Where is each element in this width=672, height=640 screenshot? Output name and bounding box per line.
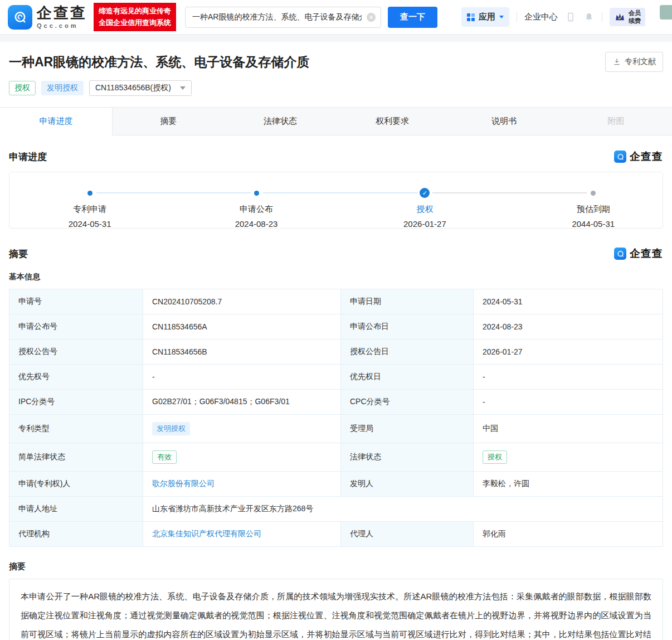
field-value: 李毅松，许圆: [474, 472, 663, 497]
field-label: CPC分类号: [341, 390, 474, 415]
section-title-summary: 摘要: [9, 248, 28, 260]
avatar[interactable]: [660, 5, 672, 20]
field-label: 发明人: [341, 472, 474, 497]
patent-tags-row: 授权 发明授权 CN118534656B(授权): [9, 80, 663, 96]
divider: [517, 12, 517, 22]
milestone-application: 专利申请 2024-05-31: [42, 188, 137, 229]
slogan-line2: 全国企业信用查询系统: [99, 17, 171, 28]
qcc-logo[interactable]: 企查查 Qcc.com: [8, 5, 87, 30]
search-button[interactable]: 查一下: [388, 7, 437, 28]
field-value: CN118534656A: [143, 314, 341, 340]
mobile-app-icon[interactable]: [565, 11, 576, 23]
tab-abstract[interactable]: 摘要: [113, 108, 225, 135]
field-value: 郭化雨: [474, 522, 663, 547]
qcc-watermark-icon: [614, 151, 626, 163]
field-value: 中国: [474, 415, 663, 443]
field-value: CN118534656B: [143, 340, 341, 365]
table-row: 专利类型 发明授权 受理局 中国: [9, 415, 663, 443]
enterprise-center-link[interactable]: 企业中心: [524, 12, 558, 22]
milestone-grant: ✓ 授权 2026-01-27: [377, 188, 472, 229]
patent-type-badge: 发明授权: [152, 422, 190, 435]
field-value: -: [474, 390, 663, 415]
table-row: IPC分类号 G02B27/01；G06F3/04815；G06F3/01 CP…: [9, 390, 663, 415]
table-row: 授权公告号 CN118534656B 授权公告日 2026-01-27: [9, 340, 663, 365]
member-renew-button[interactable]: 会员 续费: [610, 8, 645, 27]
milestone-publication: 申请公布 2024-08-23: [209, 188, 304, 229]
version-select[interactable]: CN118534656B(授权): [89, 80, 192, 96]
table-row: 申请号 CN202410705208.7 申请日期 2024-05-31: [9, 289, 663, 314]
tab-legal-status[interactable]: 法律状态: [225, 108, 337, 135]
table-row: 优先权号 - 优先权日 -: [9, 365, 663, 390]
field-value: 发明授权: [143, 415, 341, 443]
tab-application-progress[interactable]: 申请进度: [0, 108, 113, 135]
milestone-label: 申请公布: [209, 204, 304, 215]
chevron-down-icon: [499, 16, 504, 18]
field-label: 申请号: [9, 289, 143, 314]
milestone-date: 2044-05-31: [546, 219, 641, 229]
summary-section: 摘要 企查查 基本信息 申请号 CN202410705208.7 申请日期 20…: [0, 246, 672, 640]
tab-claims[interactable]: 权利要求: [336, 108, 448, 135]
field-label: 代理机构: [9, 522, 143, 547]
tab-bar: 申请进度 摘要 法律状态 权利要求 说明书 附图: [0, 107, 672, 135]
qcc-watermark-text: 企查查: [630, 246, 663, 261]
field-label: 简单法律状态: [9, 443, 143, 472]
slogan-line1: 缔造有远见的商业传奇: [99, 6, 171, 17]
table-row: 申请公布号 CN118534656A 申请公布日 2024-08-23: [9, 314, 663, 340]
qcc-watermark-icon: [614, 248, 626, 260]
abstract-subheading: 摘要: [9, 561, 663, 572]
basic-info-table: 申请号 CN202410705208.7 申请日期 2024-05-31 申请公…: [9, 289, 663, 547]
basic-info-subheading: 基本信息: [9, 272, 663, 282]
field-label: 申请公布号: [9, 314, 143, 340]
tab-drawings[interactable]: 附图: [560, 108, 672, 135]
milestone-label: 专利申请: [42, 204, 137, 215]
field-value: 授权: [474, 443, 663, 472]
field-value: 2026-01-27: [474, 340, 663, 365]
milestone-dot: [254, 191, 259, 196]
field-value: 歌尔股份有限公司: [143, 472, 341, 497]
logo-name: 企查查: [37, 6, 87, 21]
patent-document-button[interactable]: 专利文献: [605, 52, 663, 72]
milestone-label: 预估到期: [546, 204, 641, 215]
field-value: CN202410705208.7: [143, 289, 341, 314]
apps-grid-icon: [467, 13, 475, 21]
field-label: 优先权号: [9, 365, 143, 390]
table-row: 代理机构 北京集佳知识产权代理有限公司 代理人 郭化雨: [9, 522, 663, 547]
legal-status-badge: 授权: [483, 450, 507, 464]
clear-search-icon[interactable]: ✕: [367, 13, 376, 22]
tab-description[interactable]: 说明书: [448, 108, 560, 135]
notification-bell-icon[interactable]: [583, 11, 595, 23]
field-value: -: [474, 365, 663, 390]
field-label: 优先权日: [341, 365, 474, 390]
milestone-date: 2024-05-31: [42, 219, 137, 229]
brand-slogan: 缔造有远见的商业传奇 全国企业信用查询系统: [94, 3, 176, 31]
applicant-link[interactable]: 歌尔股份有限公司: [152, 479, 215, 488]
apps-label: 应用: [479, 12, 495, 22]
logo-domain: Qcc.com: [37, 22, 87, 29]
divider: [602, 12, 602, 22]
field-label: 申请日期: [341, 289, 474, 314]
table-row: 申请人地址 山东省潍坊市高新技术产业开发区东方路268号: [9, 497, 663, 522]
header-nav: 应用 企业中心 会员 续费: [461, 7, 664, 27]
field-label: 申请公布日: [341, 314, 474, 340]
search-input[interactable]: [185, 7, 381, 28]
field-label: 受理局: [341, 415, 474, 443]
field-label: 授权公告号: [9, 340, 143, 365]
field-value: 有效: [143, 443, 341, 472]
chevron-down-icon: [180, 86, 186, 90]
patent-header-section: 一种AR眼镜的校准方法、系统、电子设备及存储介质 专利文献 授权 发明授权 CN…: [0, 42, 672, 96]
page-title: 一种AR眼镜的校准方法、系统、电子设备及存储介质: [9, 54, 309, 71]
qcc-logo-icon: [8, 5, 32, 30]
agency-link[interactable]: 北京集佳知识产权代理有限公司: [152, 529, 261, 538]
qcc-watermark-text: 企查查: [630, 149, 663, 164]
apps-menu[interactable]: 应用: [461, 7, 509, 27]
top-header: 企查查 Qcc.com 缔造有远见的商业传奇 全国企业信用查询系统 ✕ 查一下 …: [0, 0, 672, 35]
patent-timeline: 专利申请 2024-05-31 申请公布 2024-08-23 ✓ 授权 202…: [9, 172, 663, 229]
section-title-progress: 申请进度: [9, 151, 47, 163]
field-value: 2024-08-23: [474, 314, 663, 340]
patent-type-badge: 发明授权: [41, 81, 84, 95]
milestone-expiry: 预估到期 2044-05-31: [546, 188, 641, 229]
table-row: 简单法律状态 有效 法律状态 授权: [9, 443, 663, 472]
field-label: 申请(专利权)人: [9, 472, 143, 497]
milestone-date: 2024-08-23: [209, 219, 304, 229]
field-label: IPC分类号: [9, 390, 143, 415]
